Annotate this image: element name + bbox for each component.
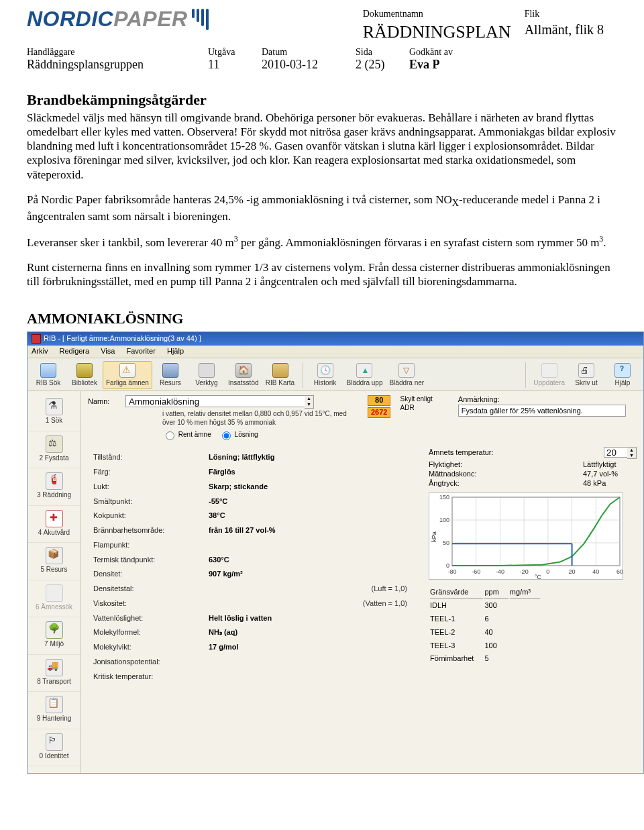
- heading-ammoniak: AMMONIAKLÖSNING: [27, 309, 617, 328]
- limit-row: TEEL-240: [430, 627, 540, 639]
- svg-text:-20: -20: [520, 568, 529, 575]
- i-med-icon: [46, 510, 63, 527]
- toolbar-historik[interactable]: Historik: [307, 361, 343, 390]
- limit-row: TEEL-16: [430, 613, 540, 625]
- doc-header: NORDICPAPER Dokumentnamn Flik RÄDDNINGSP…: [27, 7, 617, 44]
- i-resc-icon: [46, 472, 63, 490]
- menubar[interactable]: Arkiv Redigera Visa Favoriter Hjälp: [28, 346, 643, 358]
- toolbar-rib-sok[interactable]: RIB Sök: [30, 361, 66, 390]
- menu-visa[interactable]: Visa: [101, 347, 115, 355]
- prop-row: Molekylformel:NH₃ (aq): [89, 626, 414, 639]
- window-titlebar: RIB - [ Farligt ämne:Ammoniaklösning(3 a…: [28, 332, 643, 346]
- doc-subheader: Handläggare Utgåva Datum Sida Godkänt av…: [27, 47, 617, 72]
- sidebar-item-resurs2[interactable]: 5 Resurs: [28, 543, 80, 580]
- toolbar-insatsstod[interactable]: Insatsstöd: [225, 361, 262, 390]
- i-trans-icon: [46, 659, 63, 676]
- svg-text:0: 0: [546, 568, 549, 575]
- i-down-icon: [398, 363, 415, 378]
- sidebar-item-transport[interactable]: 8 Transport: [28, 655, 80, 692]
- meta-dokumentnamn: RÄDDNINGSPLAN: [363, 21, 523, 43]
- i-res-icon: [46, 547, 63, 564]
- temp-input[interactable]: [604, 447, 628, 458]
- prop-row: Lukt:Skarp; stickande: [89, 480, 414, 494]
- i-hist-icon: [317, 363, 333, 378]
- toolbar-uppdatera[interactable]: Uppdatera: [530, 361, 568, 390]
- radio-losning[interactable]: Lösning: [219, 431, 258, 438]
- i-print-icon: [578, 363, 594, 378]
- sidebar-item-fysdata[interactable]: 2 Fysdata: [28, 431, 80, 469]
- prop-row: Flampunkt:: [89, 539, 414, 552]
- i-map-icon: [272, 363, 288, 378]
- adr-80: 80: [368, 395, 390, 406]
- name-subdesc: i vatten, relativ densitet mellan 0,880 …: [162, 410, 357, 427]
- para-4: Runt cisternerna finns en invallning som…: [27, 260, 617, 289]
- temp-stepper[interactable]: ▲▼: [627, 447, 637, 459]
- i-flask-icon: [46, 398, 63, 415]
- toolbar-verktyg[interactable]: Verktyg: [189, 361, 225, 390]
- sidebar-item-identitet[interactable]: 0 Identitet: [28, 729, 80, 767]
- toolbar-bladdra-upp[interactable]: Bläddra upp: [343, 361, 386, 390]
- adr-block: 80 2672: [368, 395, 390, 418]
- heading-brand: Brandbekämpningsåtgärder: [27, 91, 617, 109]
- doc-meta: Dokumentnamn Flik RÄDDNINGSPLAN Allmänt,…: [362, 7, 617, 44]
- limit-row: Förnimbarhet5: [430, 653, 540, 665]
- toolbar-rib-karta[interactable]: RIB Karta: [262, 361, 299, 390]
- meta-utgava: 11: [208, 58, 262, 72]
- prop-row: Termisk tändpunkt:630°C: [89, 554, 414, 567]
- window-title: RIB - [ Farligt ämne:Ammoniaklösning(3 a…: [44, 334, 201, 344]
- toolbar-farliga[interactable]: Farliga ämnen: [103, 361, 152, 390]
- i-update-icon: [541, 363, 557, 378]
- name-input[interactable]: [125, 395, 305, 407]
- sidebar-item-miljo[interactable]: 7 Miljö: [28, 617, 80, 655]
- prop-row: Tillstånd:Lösning; lättflyktig: [89, 451, 414, 464]
- prop-row: Jonisationspotential:: [89, 656, 414, 669]
- svg-text:-60: -60: [472, 568, 480, 575]
- doc-body: Brandbekämpningsåtgärder Släckmedel välj…: [27, 91, 617, 774]
- menu-redigera[interactable]: Redigera: [60, 347, 90, 355]
- sidebar-item-hantering[interactable]: 9 Hantering: [28, 692, 80, 729]
- prop-row: Kokpunkt:38°C: [89, 509, 414, 523]
- menu-favoriter[interactable]: Favoriter: [126, 347, 155, 355]
- prop-row: Densitet:907 kg/m³: [89, 568, 414, 581]
- toolbar-hjalp[interactable]: Hjälp: [604, 361, 641, 390]
- property-table: Tillstånd:Lösning; lättflyktigFärg:Färgl…: [88, 450, 415, 684]
- toolbar-bibliotek[interactable]: Bibliotek: [66, 361, 103, 390]
- name-stepper[interactable]: ▲▼: [305, 395, 314, 409]
- i-search-icon: [40, 363, 56, 378]
- svg-text:150: 150: [439, 494, 449, 501]
- toolbar-bladdra-ner[interactable]: Bläddra ner: [386, 361, 427, 390]
- sidebar-item-akutvard[interactable]: 4 Akutvård: [28, 506, 80, 543]
- meta-dokumentnamn-label: Dokumentnamn: [363, 8, 523, 20]
- prop-row: Densitetstal:(Luft = 1,0): [89, 582, 414, 596]
- radio-rent[interactable]: Rent ämne: [162, 431, 211, 438]
- prop-row: Molekylvikt:17 g/mol: [89, 641, 414, 654]
- sidebar-item-sok[interactable]: 1 Sök: [28, 394, 80, 431]
- temp-label: Ämnets temperatur:: [429, 448, 516, 458]
- right-row: Flyktighet:Lättflyktigt: [429, 460, 637, 470]
- menu-arkiv[interactable]: Arkiv: [32, 347, 48, 355]
- svg-text:50: 50: [443, 539, 449, 546]
- meta-godkant: Eva P: [409, 58, 617, 72]
- svg-text:60: 60: [616, 568, 623, 575]
- svg-text:-80: -80: [447, 568, 456, 575]
- menu-hjalp[interactable]: Hjälp: [167, 347, 184, 355]
- toolbar-resurs[interactable]: Resurs: [152, 361, 189, 390]
- anm-input[interactable]: Fysdata gäller för 25% vattenlösning.: [458, 405, 626, 417]
- i-help-icon: [614, 363, 631, 378]
- prop-row: Vattenlöslighet:Helt löslig i vatten: [89, 612, 414, 625]
- meta-flik-label: Flik: [525, 8, 616, 20]
- vapor-pressure-chart: -80-60-40-200204060050100150°CkPa: [429, 492, 623, 580]
- i-flag-icon: [46, 733, 63, 751]
- logo-paper: PAPER: [113, 7, 187, 32]
- i-db-icon: [162, 363, 178, 378]
- right-block: Ämnets temperatur: ▲▼ Flyktighet:Lättfly…: [429, 447, 637, 488]
- type-radio-row: Rent ämne Lösning: [162, 429, 357, 440]
- prop-row: Viskositet:(Vatten = 1,0): [89, 597, 414, 611]
- name-label: Namn:: [88, 395, 120, 407]
- prop-row: Färg:Färglös: [89, 466, 414, 479]
- meta-utgava-label: Utgåva: [208, 47, 262, 58]
- meta-godkant-label: Godkänt av: [409, 47, 617, 58]
- rib-app: RIB - [ Farligt ämne:Ammoniaklösning(3 a…: [27, 331, 644, 774]
- sidebar-item-raddning[interactable]: 3 Räddning: [28, 468, 80, 506]
- toolbar-skriv-ut[interactable]: Skriv ut: [568, 361, 604, 390]
